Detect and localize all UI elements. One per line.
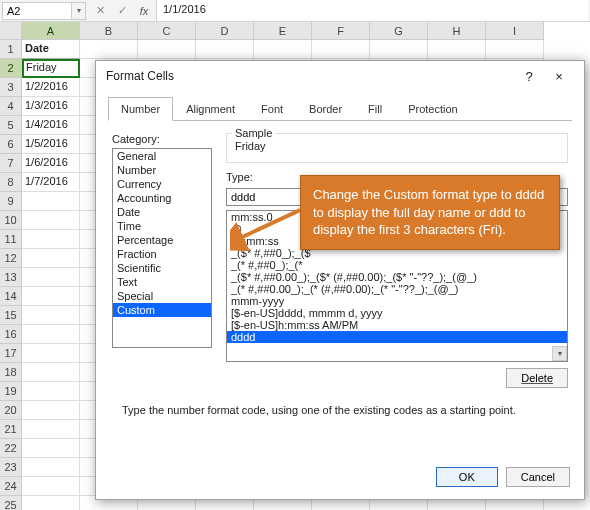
scroll-down-icon[interactable]: ▾ — [552, 346, 567, 361]
row-header[interactable]: 4 — [0, 97, 22, 116]
fx-icon[interactable]: fx — [136, 3, 152, 19]
column-header[interactable]: I — [486, 22, 544, 40]
cell[interactable] — [254, 40, 312, 59]
cell[interactable]: 1/2/2016 — [22, 78, 80, 97]
row-header[interactable]: 18 — [0, 363, 22, 382]
category-item[interactable]: Time — [113, 219, 211, 233]
column-header[interactable]: A — [22, 22, 80, 40]
name-box[interactable] — [2, 2, 72, 20]
category-item[interactable]: General — [113, 149, 211, 163]
row-header[interactable]: 9 — [0, 192, 22, 211]
category-listbox[interactable]: GeneralNumberCurrencyAccountingDateTimeP… — [112, 148, 212, 348]
type-item[interactable]: dddd — [227, 331, 567, 343]
cell[interactable] — [22, 344, 80, 363]
cell[interactable] — [486, 40, 544, 59]
cell[interactable]: 1/6/2016 — [22, 154, 80, 173]
column-header[interactable]: F — [312, 22, 370, 40]
cell[interactable] — [22, 496, 80, 510]
cell[interactable] — [22, 420, 80, 439]
category-item[interactable]: Accounting — [113, 191, 211, 205]
row-header[interactable]: 24 — [0, 477, 22, 496]
tab-protection[interactable]: Protection — [395, 97, 471, 121]
column-header[interactable]: B — [80, 22, 138, 40]
formula-bar[interactable]: 1/1/2016 — [156, 0, 588, 21]
close-icon[interactable]: × — [544, 69, 574, 84]
column-header[interactable]: D — [196, 22, 254, 40]
row-header[interactable]: 13 — [0, 268, 22, 287]
cell[interactable]: 1/3/2016 — [22, 97, 80, 116]
cell[interactable] — [22, 439, 80, 458]
cell[interactable] — [22, 458, 80, 477]
category-item[interactable]: Custom — [113, 303, 211, 317]
row-header[interactable]: 21 — [0, 420, 22, 439]
row-header[interactable]: 25 — [0, 496, 22, 510]
row-header[interactable]: 6 — [0, 135, 22, 154]
type-item[interactable]: _(* #,##0.00_);_(* (#,##0.00);_(* "-"??_… — [227, 283, 567, 295]
name-box-dropdown[interactable]: ▾ — [72, 2, 86, 20]
cell[interactable] — [22, 249, 80, 268]
cell[interactable]: 1/4/2016 — [22, 116, 80, 135]
cell[interactable] — [22, 211, 80, 230]
cancel-formula-icon[interactable]: ✕ — [92, 3, 108, 19]
type-item[interactable]: [$-en-US]dddd, mmmm d, yyyy — [227, 307, 567, 319]
select-all-corner[interactable] — [0, 22, 22, 40]
tab-alignment[interactable]: Alignment — [173, 97, 248, 121]
column-header[interactable]: H — [428, 22, 486, 40]
cell[interactable] — [22, 325, 80, 344]
column-header[interactable]: G — [370, 22, 428, 40]
category-item[interactable]: Currency — [113, 177, 211, 191]
cancel-button[interactable]: Cancel — [506, 467, 570, 487]
type-item[interactable]: mmm-yyyy — [227, 295, 567, 307]
cell[interactable]: Date — [22, 40, 80, 59]
delete-button[interactable]: Delete — [506, 368, 568, 388]
cell[interactable] — [22, 287, 80, 306]
row-header[interactable]: 15 — [0, 306, 22, 325]
cell[interactable]: 1/7/2016 — [22, 173, 80, 192]
cell[interactable]: Friday — [22, 59, 80, 78]
column-header[interactable]: C — [138, 22, 196, 40]
row-header[interactable]: 23 — [0, 458, 22, 477]
category-item[interactable]: Scientific — [113, 261, 211, 275]
row-header[interactable]: 1 — [0, 40, 22, 59]
cell[interactable] — [22, 306, 80, 325]
cell[interactable] — [22, 363, 80, 382]
tab-border[interactable]: Border — [296, 97, 355, 121]
category-item[interactable]: Text — [113, 275, 211, 289]
cell[interactable] — [22, 230, 80, 249]
row-header[interactable]: 11 — [0, 230, 22, 249]
row-header[interactable]: 14 — [0, 287, 22, 306]
tab-fill[interactable]: Fill — [355, 97, 395, 121]
cell[interactable] — [22, 477, 80, 496]
column-header[interactable]: E — [254, 22, 312, 40]
category-item[interactable]: Number — [113, 163, 211, 177]
row-header[interactable]: 3 — [0, 78, 22, 97]
cell[interactable] — [22, 268, 80, 287]
row-header[interactable]: 8 — [0, 173, 22, 192]
row-header[interactable]: 10 — [0, 211, 22, 230]
row-header[interactable]: 12 — [0, 249, 22, 268]
ok-button[interactable]: OK — [436, 467, 498, 487]
category-item[interactable]: Fraction — [113, 247, 211, 261]
row-header[interactable]: 2 — [0, 59, 22, 78]
row-header[interactable]: 7 — [0, 154, 22, 173]
tab-font[interactable]: Font — [248, 97, 296, 121]
row-header[interactable]: 22 — [0, 439, 22, 458]
cell[interactable] — [196, 40, 254, 59]
row-header[interactable]: 5 — [0, 116, 22, 135]
cell[interactable] — [370, 40, 428, 59]
cell[interactable] — [138, 40, 196, 59]
enter-formula-icon[interactable]: ✓ — [114, 3, 130, 19]
cell[interactable] — [22, 192, 80, 211]
cell[interactable] — [80, 40, 138, 59]
cell[interactable] — [312, 40, 370, 59]
category-item[interactable]: Special — [113, 289, 211, 303]
cell[interactable] — [22, 382, 80, 401]
help-icon[interactable]: ? — [514, 69, 544, 84]
row-header[interactable]: 16 — [0, 325, 22, 344]
row-header[interactable]: 17 — [0, 344, 22, 363]
category-item[interactable]: Date — [113, 205, 211, 219]
row-header[interactable]: 19 — [0, 382, 22, 401]
row-header[interactable]: 20 — [0, 401, 22, 420]
type-item[interactable]: [$-en-US]h:mm:ss AM/PM — [227, 319, 567, 331]
cell[interactable] — [428, 40, 486, 59]
